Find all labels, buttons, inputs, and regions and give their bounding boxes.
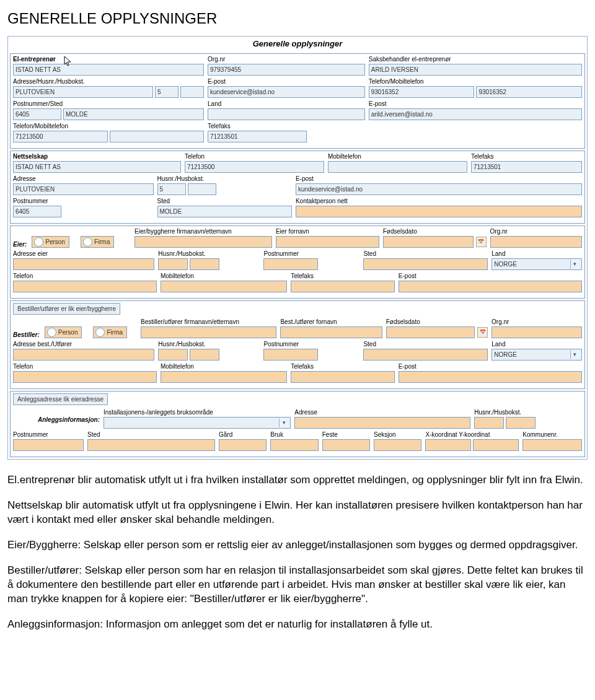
eier-adresse[interactable] [13, 258, 154, 270]
nettselskap-name[interactable]: ISTAD NETT AS [13, 161, 181, 173]
eier-postnr[interactable] [263, 258, 318, 270]
bestiller-adresse[interactable] [13, 349, 154, 361]
bestiller-mob[interactable] [161, 371, 287, 383]
anlegg-feste[interactable] [322, 439, 370, 451]
anlegg-seksjon[interactable] [374, 439, 421, 451]
calendar-icon[interactable]: 📅 [477, 327, 488, 338]
saks-mob[interactable]: 93016352 [476, 86, 582, 98]
copy-eier-button[interactable]: Bestiller/utfører er lik eier/byggherre [13, 303, 120, 315]
anlegg-x[interactable] [425, 439, 471, 451]
anlegg-postnr[interactable] [13, 439, 84, 451]
radio-icon [83, 237, 92, 247]
nettselskap-mob[interactable] [328, 161, 467, 173]
bestiller-land-select[interactable]: NORGE▾ [491, 349, 582, 361]
nettselskap-postnr[interactable]: 6405 [13, 206, 61, 217]
nettselskap-sted[interactable]: MOLDE [157, 206, 292, 217]
label: Mobiltelefon [328, 153, 467, 160]
entreprenor-sted[interactable]: MOLDE [63, 108, 204, 120]
label: Eier/byggherre firmanavn/etternavn [134, 228, 272, 235]
label: Mobiltelefon [161, 363, 287, 370]
anlegg-gard[interactable] [219, 439, 267, 451]
eier-land-select[interactable]: NORGE▾ [491, 258, 582, 270]
entreprenor-org[interactable]: 979379455 [208, 64, 365, 76]
entreprenor-epost[interactable]: kundeservice@istad.no [208, 86, 365, 98]
anlegg-sted[interactable] [87, 439, 215, 451]
anlegg-bruk[interactable] [270, 439, 318, 451]
entreprenor-husbokst[interactable] [180, 86, 204, 98]
eier-husbokst[interactable] [190, 258, 219, 270]
radio-icon [47, 328, 56, 337]
eier-epost[interactable] [399, 281, 582, 292]
page-title: GENERELLE OPPLYSNINGER [7, 10, 588, 27]
eier-mob[interactable] [161, 281, 287, 292]
bestiller-epost[interactable] [399, 371, 582, 383]
bestiller-fornavn[interactable] [280, 326, 382, 338]
entreprenor-land[interactable] [208, 108, 365, 120]
label: Postnummer [263, 341, 359, 348]
nettselskap-epost[interactable]: kundeservice@istad.no [296, 183, 582, 195]
eier-fax[interactable] [291, 281, 395, 292]
radio-firma[interactable]: Firma [93, 326, 127, 338]
eier-fdato[interactable] [383, 236, 474, 248]
entreprenor-postnr[interactable]: 6405 [13, 108, 61, 120]
eier-fornavn[interactable] [276, 236, 379, 248]
label: Fødselsdato [386, 318, 488, 325]
nettselskap-tel[interactable]: 71213500 [185, 161, 324, 173]
label: Eier fornavn [276, 228, 379, 235]
label: Telefaks [291, 273, 395, 279]
nettselskap-husbokst[interactable] [188, 183, 216, 195]
radio-person[interactable]: Person [32, 236, 69, 248]
saksbehandler[interactable]: ARILD IVERSEN [369, 64, 582, 76]
saks-epost[interactable]: arild.iversen@istad.no [369, 108, 582, 120]
label: Adresse [294, 409, 470, 416]
radio-person[interactable]: Person [45, 326, 82, 338]
eier-org[interactable] [490, 236, 582, 248]
label: Bruk [270, 431, 318, 438]
bestiller-husbokst[interactable] [190, 349, 219, 361]
entreprenor-fax[interactable]: 71213501 [208, 131, 307, 142]
eier-husnr[interactable] [158, 258, 188, 270]
bestiller-fax[interactable] [291, 371, 395, 383]
anlegg-adresse[interactable] [294, 417, 470, 429]
entreprenor-name[interactable]: ISTAD NETT AS [13, 64, 204, 76]
nettselskap-adresse[interactable]: PLUTOVEIEN [13, 183, 154, 195]
label: Adresse best./Utfører [13, 341, 154, 348]
bestiller-sted[interactable] [363, 349, 488, 361]
nettselskap-kontakt[interactable] [296, 206, 582, 217]
bestiller-fdato[interactable] [386, 326, 475, 338]
saks-tel[interactable]: 93016352 [369, 86, 475, 98]
entreprenor-husnr[interactable]: 5 [155, 86, 178, 98]
nettselskap-fax[interactable]: 71213501 [471, 161, 582, 173]
label: Saksbehandler el-entreprenør [369, 56, 582, 63]
form-title: Generelle opplysninger [8, 37, 587, 52]
calendar-icon[interactable]: 📅 [476, 237, 487, 247]
entreprenor-adresse[interactable]: PLUTOVEIEN [13, 86, 153, 98]
bestiller-org[interactable] [491, 326, 582, 338]
bestiller-leading: Bestiller: [13, 331, 40, 338]
eier-tel[interactable] [13, 281, 157, 292]
label: Mobiltelefon [161, 273, 287, 279]
label: Kommunenr. [522, 431, 582, 438]
anlegg-bruksomrade-select[interactable]: ▾ [104, 417, 291, 429]
entreprenor-mob[interactable] [110, 131, 205, 142]
entreprenor-tel[interactable]: 71213500 [13, 131, 108, 142]
label: Seksjon [374, 431, 421, 438]
radio-firma[interactable]: Firma [81, 236, 115, 248]
eier-sted[interactable] [363, 258, 488, 270]
anlegg-husbokst[interactable] [506, 417, 536, 429]
bestiller-tel[interactable] [13, 371, 157, 383]
body-p2: Nettselskap blir automatisk utfylt ut fr… [7, 499, 588, 527]
anlegg-husnr[interactable] [474, 417, 504, 429]
bestiller-firmanavn[interactable] [141, 326, 276, 338]
anlegg-kommunenr[interactable] [522, 439, 582, 451]
nettselskap-husnr[interactable]: 5 [157, 183, 186, 195]
label: Telefon [13, 273, 157, 279]
bestiller-husnr[interactable] [158, 349, 188, 361]
anlegg-y[interactable] [473, 439, 519, 451]
bestiller-postnr[interactable] [263, 349, 318, 361]
label: Gård [219, 431, 267, 438]
chevron-down-icon: ▾ [279, 418, 288, 427]
eier-firmanavn[interactable] [134, 236, 272, 248]
copy-anlegg-button[interactable]: Anleggsadresse lik eieradresse [13, 393, 108, 405]
label: Org.nr [208, 56, 365, 63]
